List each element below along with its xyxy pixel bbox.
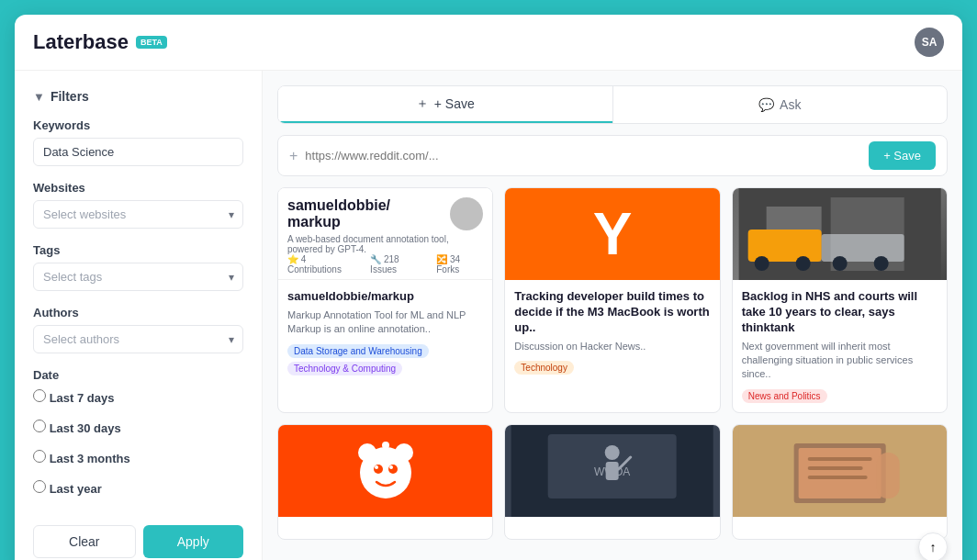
date-radio-3months[interactable] [33, 450, 46, 463]
app-window: Laterbase BETA SA ▼ Filters Keywords Web… [15, 15, 962, 560]
card-person[interactable]: WWDA [504, 424, 720, 540]
authors-section: Authors Select authors ▾ [33, 306, 243, 353]
sidebar: ▼ Filters Keywords Websites Select websi… [15, 71, 263, 560]
content-area: ＋ + Save 💬 Ask + + Save [263, 71, 962, 560]
scroll-top-button[interactable]: ↑ [918, 532, 948, 560]
card-nhs[interactable]: Backlog in NHS and courts will take 10 y… [732, 187, 948, 413]
date-option-3months[interactable]: Last 3 months [33, 450, 243, 465]
owl-svg [733, 425, 947, 517]
card-tags-markup: Data Storage and Warehousing Technology … [287, 344, 483, 375]
keywords-input[interactable] [33, 138, 243, 166]
card-markup[interactable]: samueldobbie/markup A web-based document… [277, 187, 493, 413]
card-title-markup: samueldobbie/markup [287, 289, 483, 305]
svg-point-13 [374, 465, 383, 474]
svg-point-7 [795, 256, 810, 271]
tags-section: Tags Select tags ▾ [33, 243, 243, 291]
card-tags-macbook: Technology [514, 361, 710, 375]
card-desc-markup: Markup Annotation Tool for ML and NLP Ma… [287, 308, 483, 337]
card-owl[interactable] [732, 424, 948, 540]
keywords-label: Keywords [33, 118, 243, 132]
card-image-reddit: samueldobbie/markup A web-based document… [278, 188, 492, 280]
card-image-person: WWDA [505, 425, 719, 517]
card-body-person [505, 517, 719, 539]
date-option-7days[interactable]: Last 7 days [33, 389, 243, 405]
date-radio-year[interactable] [33, 480, 46, 493]
card-title-nhs: Backlog in NHS and courts will take 10 y… [742, 289, 938, 336]
svg-point-12 [395, 443, 413, 462]
reddit-meta-2: 🔧 218 Issues [370, 254, 425, 274]
tag-news-politics[interactable]: News and Politics [742, 389, 827, 403]
card-image-nhs [733, 188, 947, 280]
keywords-section: Keywords [33, 118, 243, 166]
reddit-meta: ⭐ 4 Contributions 🔧 218 Issues 🔀 34 Fork… [287, 254, 483, 274]
date-radio-7days[interactable] [33, 389, 46, 402]
tag-tech-computing[interactable]: Technology & Computing [287, 362, 402, 375]
websites-select-wrapper: Select websites ▾ [33, 200, 243, 229]
card-image-translate [278, 425, 492, 517]
hn-logo: Y [593, 205, 633, 263]
svg-point-16 [389, 465, 393, 469]
card-image-hacker: Y [505, 188, 719, 280]
authors-select[interactable]: Select authors [33, 325, 243, 353]
date-label-year: Last year [50, 482, 102, 496]
person-svg: WWDA [505, 425, 719, 517]
websites-section: Websites Select websites ▾ [33, 181, 243, 229]
filter-icon: ▼ [33, 90, 45, 104]
card-body-snoo [278, 517, 492, 539]
authors-label: Authors [33, 306, 243, 319]
card-macbook[interactable]: Y Tracking developer build times to deci… [504, 187, 720, 413]
svg-point-6 [754, 256, 769, 271]
svg-point-8 [832, 256, 847, 271]
tag-technology[interactable]: Technology [514, 361, 574, 375]
card-body-macbook: Tracking developer build times to decide… [505, 280, 719, 384]
reddit-meta-1: ⭐ 4 Contributions [287, 254, 359, 274]
card-body-markup: samueldobbie/markup Markup Annotation To… [278, 280, 492, 385]
reddit-meta-3: 🔀 34 Forks [436, 254, 483, 274]
url-save-button[interactable]: + Save [869, 141, 936, 170]
url-plus-icon: + [289, 148, 298, 164]
svg-rect-28 [807, 457, 871, 461]
card-reddit-snoo[interactable] [277, 424, 493, 540]
date-radio-group: Last 7 days Last 30 days Last 3 months L… [33, 389, 243, 503]
card-tags-nhs: News and Politics [742, 389, 938, 403]
card-image-owl [733, 425, 947, 517]
filters-header: ▼ Filters [33, 89, 243, 104]
avatar[interactable]: SA [915, 28, 944, 57]
url-input[interactable] [305, 149, 861, 162]
date-label-3months: Last 3 months [50, 452, 130, 465]
apply-button[interactable]: Apply [143, 525, 244, 558]
tag-data-storage[interactable]: Data Storage and Warehousing [287, 344, 429, 358]
svg-point-14 [388, 465, 398, 474]
card-desc-macbook: Discussion on Hacker News.. [514, 340, 710, 353]
svg-rect-31 [876, 453, 899, 498]
websites-select[interactable]: Select websites [33, 200, 243, 229]
tags-select[interactable]: Select tags [33, 263, 243, 291]
date-section: Date Last 7 days Last 30 days Last 3 mon… [33, 368, 243, 503]
date-option-year[interactable]: Last year [33, 480, 243, 496]
svg-rect-30 [807, 476, 867, 479]
authors-select-wrapper: Select authors ▾ [33, 325, 243, 353]
sidebar-buttons: Clear Apply [33, 525, 243, 558]
filters-title: Filters [51, 89, 89, 104]
svg-point-11 [358, 443, 376, 462]
svg-point-18 [382, 442, 389, 449]
beta-badge: BETA [136, 36, 167, 49]
svg-point-9 [873, 256, 888, 271]
tags-select-wrapper: Select tags ▾ [33, 263, 243, 291]
clear-button[interactable]: Clear [33, 525, 136, 558]
tab-ask[interactable]: 💬 Ask [613, 86, 948, 123]
date-label-7days: Last 7 days [50, 391, 115, 405]
svg-rect-29 [807, 466, 862, 470]
url-bar: + + Save [277, 135, 948, 176]
reddit-sub-desc: A web-based document annotation tool, po… [287, 234, 483, 254]
date-radio-30days[interactable] [33, 420, 46, 432]
date-option-30days[interactable]: Last 30 days [33, 420, 243, 435]
svg-point-15 [375, 465, 378, 469]
header: Laterbase BETA SA [15, 15, 962, 71]
websites-label: Websites [33, 181, 243, 195]
svg-point-22 [605, 445, 620, 460]
plus-icon: ＋ [416, 95, 429, 112]
card-body-nhs: Backlog in NHS and courts will take 10 y… [733, 280, 947, 412]
card-body-owl [733, 517, 947, 539]
tab-save[interactable]: ＋ + Save [278, 86, 612, 123]
